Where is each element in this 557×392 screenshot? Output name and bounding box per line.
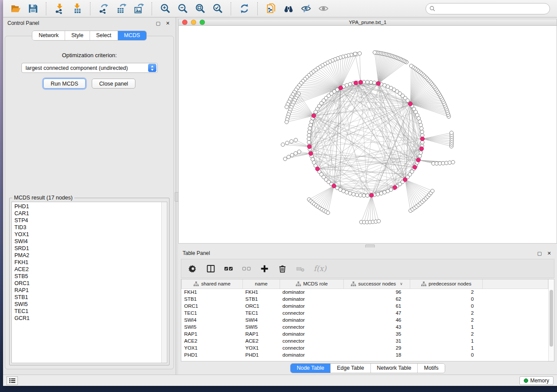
close-panel-icon[interactable]: ✕: [164, 20, 171, 27]
tab-network-table[interactable]: Network Table: [370, 364, 418, 373]
save-session-button[interactable]: [25, 2, 41, 16]
tab-select[interactable]: Select: [90, 31, 118, 40]
close-panel-button[interactable]: Close panel: [92, 79, 135, 89]
binoculars-icon: [283, 3, 294, 14]
table-row[interactable]: TEC1TEC1connector472: [182, 309, 548, 316]
table-toolbar: f(x): [181, 259, 554, 278]
delete-column-icon[interactable]: [278, 264, 287, 273]
tab-network[interactable]: Network: [32, 31, 65, 40]
tab-style[interactable]: Style: [65, 31, 90, 40]
table-row[interactable]: PHD1PHD1dominator180: [182, 351, 548, 358]
column-header-mcds-role[interactable]: MCDS role: [280, 279, 344, 289]
export-table-button[interactable]: [113, 2, 129, 16]
memory-button[interactable]: Memory: [519, 376, 554, 385]
float-panel-icon[interactable]: ▢: [536, 250, 543, 257]
tab-edge-table[interactable]: Edge Table: [330, 364, 370, 373]
mcds-node[interactable]: YOX1: [14, 231, 161, 238]
refresh-view-button[interactable]: [236, 2, 252, 16]
function-builder-icon-disabled: f(x): [314, 264, 326, 273]
tab-node-table[interactable]: Node Table: [291, 364, 330, 373]
search-objects-button[interactable]: [280, 2, 296, 16]
settings-gear-icon[interactable]: [188, 264, 197, 273]
export-image-button[interactable]: [131, 2, 146, 16]
table-row[interactable]: ACE2ACE2connector311: [182, 337, 548, 344]
mcds-node[interactable]: STP4: [14, 217, 161, 224]
float-panel-icon[interactable]: ▢: [155, 20, 162, 27]
mcds-node[interactable]: PHD1: [14, 203, 161, 210]
mcds-node[interactable]: SRD1: [14, 245, 161, 252]
export-network-button[interactable]: [96, 2, 111, 16]
tab-motifs[interactable]: Motifs: [417, 364, 444, 373]
mcds-node[interactable]: RAP1: [14, 287, 161, 294]
node-table: shared name name MCDS role successor nod…: [181, 279, 554, 361]
horizontal-splitter[interactable]: [178, 244, 557, 248]
zoom-in-icon: [160, 3, 171, 14]
tab-mcds[interactable]: MCDS: [118, 31, 146, 40]
zoom-selected-icon: [212, 3, 223, 14]
zoom-in-button[interactable]: [157, 2, 173, 16]
mcds-node[interactable]: ACE2: [14, 266, 161, 273]
mcds-list-scrollbar[interactable]: [161, 202, 167, 363]
column-header-shared-name[interactable]: shared name: [182, 279, 243, 289]
unselect-all-columns-icon[interactable]: [242, 264, 251, 273]
table-row[interactable]: STB1STB1dominator620: [182, 296, 548, 303]
open-file-button[interactable]: [7, 2, 23, 16]
mcds-node[interactable]: TEC1: [14, 308, 161, 315]
toolbar-separator: [46, 2, 46, 15]
scrollbar-thumb[interactable]: [550, 290, 553, 347]
mcds-node[interactable]: SWI4: [14, 238, 161, 245]
network-graph[interactable]: [179, 26, 557, 241]
table-row[interactable]: RAP1RAP1dominator352: [182, 330, 548, 337]
mcds-node[interactable]: STB1: [14, 294, 161, 301]
mcds-node[interactable]: TID3: [14, 224, 161, 231]
column-header-name[interactable]: name: [243, 279, 280, 289]
search-input[interactable]: [437, 6, 546, 12]
table-scrollbar[interactable]: [548, 279, 554, 361]
mcds-node[interactable]: FKH1: [14, 259, 161, 266]
mcds-node[interactable]: PMA2: [14, 252, 161, 259]
optimization-criterion-label: Optimization criterion:: [5, 52, 173, 58]
mcds-node[interactable]: SWI5: [14, 301, 161, 308]
column-header-successor-nodes[interactable]: successor nodes∨: [344, 279, 410, 289]
import-network-button[interactable]: [52, 2, 67, 16]
task-history-button[interactable]: [7, 376, 18, 385]
network-from-file-button[interactable]: [263, 2, 279, 16]
import-table-button[interactable]: [69, 2, 85, 16]
zoom-selected-button[interactable]: [210, 2, 225, 16]
task-list-icon: [9, 378, 15, 383]
table-row[interactable]: FKH1FKH1dominator962: [182, 289, 548, 296]
mcds-node[interactable]: GCR1: [14, 315, 161, 322]
network-canvas[interactable]: [179, 26, 557, 243]
mcds-result-group: MCDS result (17 nodes) PHD1 CAR1 STP4 TI…: [9, 198, 170, 365]
sort-descending-icon: ∨: [400, 282, 403, 286]
column-header-predecessor-nodes[interactable]: predecessor nodes: [410, 279, 483, 289]
zoom-out-button[interactable]: [175, 2, 190, 16]
table-row[interactable]: YOX1YOX1connector291: [182, 344, 548, 351]
search-box[interactable]: [426, 3, 550, 14]
right-pane: YPA_prune.txt_1 Table Panel ▢ ✕: [178, 17, 557, 375]
save-icon: [28, 3, 38, 14]
mcds-node[interactable]: ORC1: [14, 280, 161, 287]
eye-icon: [318, 3, 329, 14]
mcds-node[interactable]: STB5: [14, 273, 161, 280]
export-network-icon: [98, 3, 109, 14]
application-window: Control Panel ▢ ✕ Network Style Select M…: [3, 0, 557, 386]
network-window-titlebar[interactable]: YPA_prune.txt_1: [179, 19, 557, 26]
close-panel-icon[interactable]: ✕: [546, 250, 553, 257]
mcds-node[interactable]: CAR1: [14, 210, 161, 217]
zoom-fit-button[interactable]: [192, 2, 208, 16]
run-mcds-button[interactable]: Run MCDS: [43, 79, 86, 89]
table-row[interactable]: SWI5SWI5connector431: [182, 323, 548, 330]
add-column-icon[interactable]: [260, 264, 269, 273]
table-row[interactable]: SWI4SWI4dominator462: [182, 316, 548, 323]
zoom-fit-icon: [195, 3, 206, 14]
select-all-columns-icon[interactable]: [224, 264, 233, 273]
table-row[interactable]: ORC1ORC1dominator610: [182, 303, 548, 309]
show-column-panel-icon[interactable]: [206, 264, 215, 273]
optimization-criterion-select[interactable]: largest connected component (undirected): [21, 63, 158, 73]
import-table-icon: [72, 3, 83, 14]
hide-selected-button[interactable]: [298, 2, 314, 16]
show-all-button[interactable]: [315, 2, 331, 16]
mcds-result-list[interactable]: PHD1 CAR1 STP4 TID3 YOX1 SWI4 SRD1 PMA2 …: [11, 202, 167, 363]
network-file-icon: [266, 3, 277, 14]
